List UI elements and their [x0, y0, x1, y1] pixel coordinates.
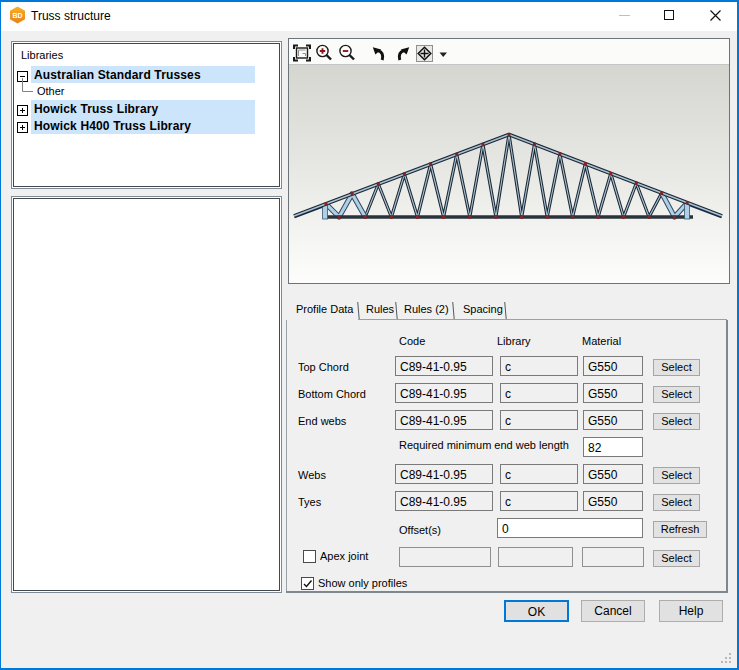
svg-text:BD: BD	[12, 12, 22, 19]
